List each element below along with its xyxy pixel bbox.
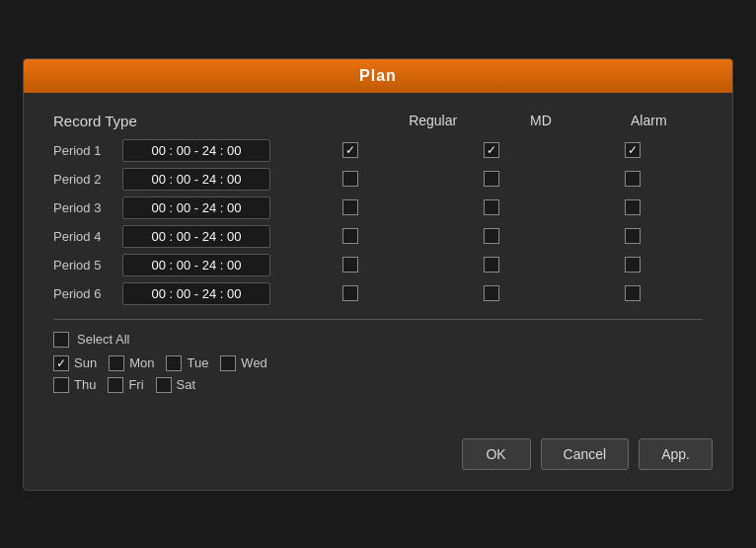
time-range-1[interactable]: 00 : 00 - 24 : 00 (122, 139, 270, 162)
period-row-6: Period 6 00 : 00 - 24 : 00 (53, 282, 703, 305)
cb-regular-5[interactable] (342, 257, 358, 273)
cb-md-3[interactable] (484, 199, 499, 215)
day-item-wed: Wed (220, 355, 267, 371)
cb-cell-regular-4 (316, 228, 385, 244)
cb-alarm-2[interactable] (625, 171, 641, 187)
cb-regular-1[interactable] (342, 142, 358, 158)
day-item-tue: Tue (166, 355, 208, 371)
time-range-4[interactable]: 00 : 00 - 24 : 00 (122, 225, 270, 248)
time-range-5[interactable]: 00 : 00 - 24 : 00 (122, 254, 270, 276)
period-label-5: Period 5 (53, 258, 122, 273)
days-row-2: Thu Fri Sat (53, 377, 703, 393)
cb-regular-6[interactable] (342, 285, 358, 301)
cb-day-sun[interactable] (53, 355, 69, 371)
day-item-sun: Sun (53, 355, 97, 371)
cb-cell-alarm-1 (598, 142, 667, 158)
day-label-mon: Mon (129, 355, 154, 370)
cb-cell-alarm-5 (598, 257, 667, 273)
cb-cell-alarm-6 (598, 285, 667, 301)
day-label-tue: Tue (187, 355, 208, 370)
cb-day-mon[interactable] (109, 355, 124, 371)
period-label-2: Period 2 (53, 172, 122, 187)
dialog-footer: OK Cancel App. (24, 429, 732, 490)
day-label-fri: Fri (128, 377, 143, 392)
cb-cell-regular-6 (316, 285, 385, 301)
select-all-checkbox[interactable] (53, 332, 69, 348)
period-label-4: Period 4 (53, 229, 122, 244)
cb-alarm-3[interactable] (625, 199, 641, 215)
day-label-wed: Wed (241, 355, 267, 370)
period-checkboxes-3 (280, 199, 703, 215)
cb-cell-regular-5 (316, 257, 385, 273)
cb-md-6[interactable] (484, 285, 499, 301)
period-checkboxes-2 (280, 171, 703, 187)
period-checkboxes-5 (280, 257, 703, 273)
period-checkboxes-1 (280, 142, 703, 158)
record-type-label: Record Type (53, 113, 379, 129)
period-row-3: Period 3 00 : 00 - 24 : 00 (53, 196, 703, 219)
period-label-6: Period 6 (53, 286, 122, 301)
cb-alarm-4[interactable] (625, 228, 641, 244)
cb-cell-md-2 (457, 171, 526, 187)
cb-cell-md-6 (457, 285, 526, 301)
cb-alarm-1[interactable] (625, 142, 641, 158)
cb-md-1[interactable] (484, 142, 499, 158)
cb-day-thu[interactable] (53, 377, 69, 393)
cb-cell-md-5 (457, 257, 526, 273)
cb-cell-regular-2 (316, 171, 385, 187)
select-all-row: Select All (53, 332, 703, 348)
app-button[interactable]: App. (639, 438, 713, 470)
dialog-content: Record Type Regular MD Alarm Period 1 00… (24, 93, 732, 429)
cb-regular-3[interactable] (342, 199, 358, 215)
period-row-5: Period 5 00 : 00 - 24 : 00 (53, 254, 703, 276)
cb-cell-md-1 (457, 142, 526, 158)
cb-cell-md-4 (457, 228, 526, 244)
time-range-3[interactable]: 00 : 00 - 24 : 00 (122, 196, 270, 219)
time-range-6[interactable]: 00 : 00 - 24 : 00 (122, 282, 270, 305)
bottom-section: Select All Sun Mon Tue Wed Thu Fri Sat (53, 332, 703, 409)
col-regular: Regular (399, 113, 468, 128)
cb-cell-alarm-4 (598, 228, 667, 244)
period-checkboxes-6 (280, 285, 703, 301)
cb-day-wed[interactable] (220, 355, 236, 371)
period-label-1: Period 1 (53, 143, 122, 158)
day-item-sat: Sat (156, 377, 196, 393)
period-row-2: Period 2 00 : 00 - 24 : 00 (53, 168, 703, 191)
plan-dialog: Plan Record Type Regular MD Alarm Period… (23, 58, 733, 491)
period-label-3: Period 3 (53, 200, 122, 215)
cb-alarm-5[interactable] (625, 257, 641, 273)
day-item-mon: Mon (109, 355, 154, 371)
cancel-button[interactable]: Cancel (541, 438, 630, 470)
table-header: Record Type Regular MD Alarm (53, 113, 703, 129)
cb-day-sat[interactable] (156, 377, 172, 393)
cb-day-fri[interactable] (108, 377, 123, 393)
col-alarm: Alarm (614, 113, 683, 128)
day-item-thu: Thu (53, 377, 96, 393)
cb-cell-alarm-3 (598, 199, 667, 215)
day-label-thu: Thu (74, 377, 96, 392)
cb-alarm-6[interactable] (625, 285, 641, 301)
col-md: MD (506, 113, 575, 128)
cb-regular-4[interactable] (342, 228, 358, 244)
day-item-fri: Fri (108, 377, 143, 393)
cb-day-tue[interactable] (166, 355, 182, 371)
time-range-2[interactable]: 00 : 00 - 24 : 00 (122, 168, 270, 191)
dialog-title: Plan (24, 59, 732, 93)
column-headers: Regular MD Alarm (379, 113, 703, 128)
day-label-sun: Sun (74, 355, 97, 370)
days-row-1: Sun Mon Tue Wed (53, 355, 703, 371)
select-all-label: Select All (77, 332, 129, 347)
period-row-1: Period 1 00 : 00 - 24 : 00 (53, 139, 703, 162)
cb-md-4[interactable] (484, 228, 499, 244)
cb-md-5[interactable] (484, 257, 499, 273)
cb-regular-2[interactable] (342, 171, 358, 187)
cb-md-2[interactable] (484, 171, 499, 187)
divider (53, 319, 703, 320)
period-checkboxes-4 (280, 228, 703, 244)
period-row-4: Period 4 00 : 00 - 24 : 00 (53, 225, 703, 248)
cb-cell-alarm-2 (598, 171, 667, 187)
day-label-sat: Sat (177, 377, 196, 392)
cb-cell-regular-1 (316, 142, 385, 158)
ok-button[interactable]: OK (462, 438, 531, 470)
cb-cell-md-3 (457, 199, 526, 215)
